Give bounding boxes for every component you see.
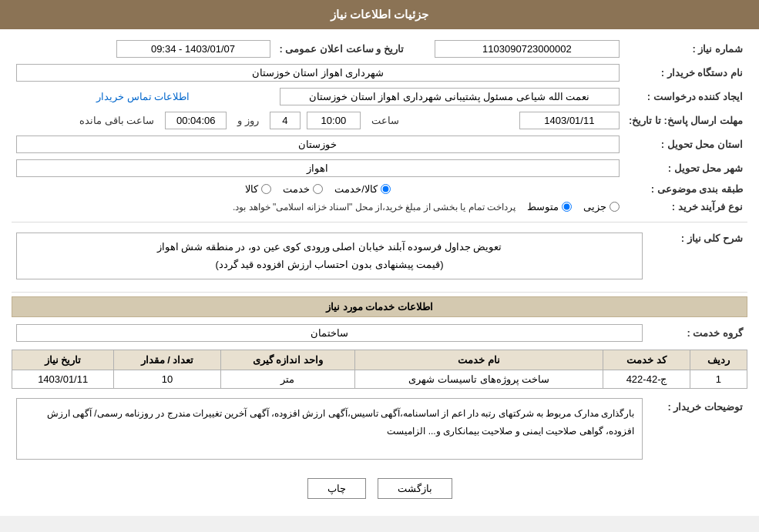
naam-dastgah-label: نام دستگاه خریدار : xyxy=(624,61,747,85)
nooe-farayand-label: نوع فرآیند خرید : xyxy=(624,198,747,216)
tarikh-saat-value: 1403/01/07 - 09:34 xyxy=(116,40,270,58)
mohlat-ersal-label: مهلت ارسال پاسخ: تا تاریخ: xyxy=(624,109,747,132)
radio-motavaset[interactable]: متوسط xyxy=(527,201,572,212)
saat-mande-value: 00:04:06 xyxy=(165,112,227,129)
services-section-header: اطلاعات خدمات مورد نیاز xyxy=(12,296,747,317)
rooz-label: روز و xyxy=(233,115,264,126)
table-row: 1ج-42-422ساخت پروژه‌های تاسیسات شهریمتر1… xyxy=(12,370,747,388)
saat-mande-label: ساعت باقی مانده xyxy=(75,115,159,126)
col-kod: کد خدمت xyxy=(603,350,690,370)
farayand-note: پرداخت تمام یا بخشی از مبلغ خرید،از محل … xyxy=(233,202,516,212)
ejad-konande-label: ایجاد کننده درخواست : xyxy=(624,85,747,109)
shahr-label: شهر محل تحویل : xyxy=(624,156,747,180)
tarikh-value: 1403/01/11 xyxy=(519,112,620,129)
ostan-label: استان محل تحویل : xyxy=(624,132,747,156)
col-vahed: واحد اندازه گیری xyxy=(220,350,354,370)
rooz-value: 4 xyxy=(270,112,301,129)
ettelaat-tamas-link[interactable]: اطلاعات تماس خریدار xyxy=(96,91,190,102)
page-header: جزئیات اطلاعات نیاز xyxy=(0,0,759,29)
buttons-row: بازگشت چاپ xyxy=(12,469,747,508)
col-radif: ردیف xyxy=(690,350,747,370)
grooh-khadamat-value: ساختمان xyxy=(16,324,643,342)
naam-dastgah-value: شهرداری اهواز استان خوزستان xyxy=(16,64,620,82)
ostan-value: خوزستان xyxy=(16,136,620,153)
radio-kala[interactable]: کالا xyxy=(245,183,271,195)
ejad-konande-value: نعمت الله شیاعی مسئول پشتیبانی شهرداری ا… xyxy=(280,88,620,105)
services-table: ردیف کد خدمت نام خدمت واحد اندازه گیری ت… xyxy=(12,350,747,389)
buyer-notes-label: توضیحات خریدار : xyxy=(647,395,747,463)
sharh-value: تعویض جداول فرسوده آبلند خیابان اصلی ورو… xyxy=(16,233,643,279)
tabaqe-radio-group: کالا/خدمت خدمت کالا xyxy=(16,183,620,195)
col-tedad: تعداد / مقدار xyxy=(114,350,220,370)
shomara-niaz-label: شماره نیاز : xyxy=(624,37,747,61)
radio-khadamat[interactable]: خدمت xyxy=(283,183,323,195)
shahr-value: اهواز xyxy=(16,159,620,177)
tabaqe-label: طبقه بندی موضوعی : xyxy=(624,180,747,198)
grooh-khadamat-label: گروه خدمت : xyxy=(647,321,747,345)
radio-kala-khadamat[interactable]: کالا/خدمت xyxy=(334,183,391,195)
saat-value: 10:00 xyxy=(307,112,361,129)
col-tarikh: تاریخ نیاز xyxy=(12,350,114,370)
sharh-label: شرح کلی نیاز : xyxy=(647,226,747,286)
tarikh-saat-label: تاریخ و ساعت اعلان عمومی : xyxy=(275,37,408,61)
buyer-notes-value: بارگذاری مدارک مربوط به شرکتهای رتبه دار… xyxy=(16,398,643,460)
back-button[interactable]: بازگشت xyxy=(378,478,452,499)
print-button[interactable]: چاپ xyxy=(307,478,366,499)
saat-label: ساعت xyxy=(367,115,404,126)
radio-jozi[interactable]: جزیی xyxy=(583,201,620,212)
page-title: جزئیات اطلاعات نیاز xyxy=(331,8,428,21)
col-naam: نام خدمت xyxy=(355,350,603,370)
shomara-niaz-value: 1103090723000002 xyxy=(435,40,620,58)
